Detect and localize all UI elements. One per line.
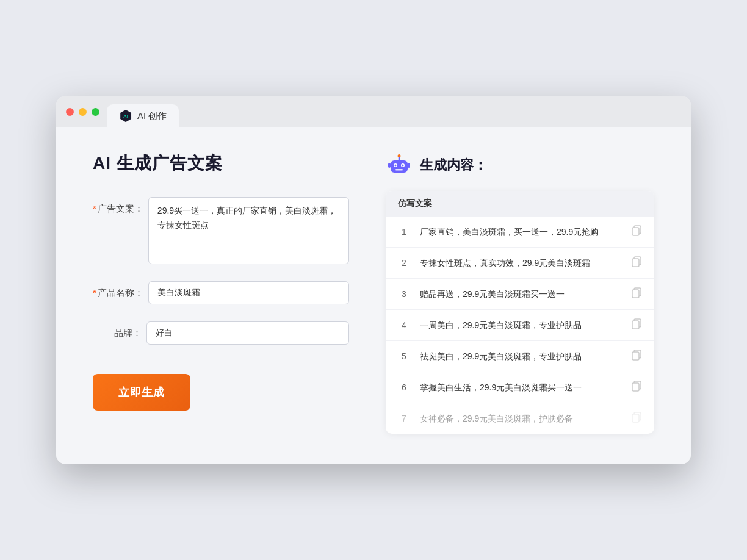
brand-input[interactable]	[146, 321, 349, 345]
svg-point-7	[398, 154, 401, 157]
browser-chrome: AI AI 创作	[56, 96, 691, 127]
page-title: AI 生成广告文案	[93, 152, 349, 175]
row-number: 7	[398, 414, 410, 423]
copy-icon[interactable]	[631, 256, 642, 270]
table-row: 4一周美白，29.9元美白淡斑霜，专业护肤品	[386, 310, 654, 341]
copy-icon[interactable]	[631, 287, 642, 301]
row-text: 掌握美白生活，29.9元美白淡斑霜买一送一	[420, 381, 621, 394]
row-number: 3	[398, 289, 410, 299]
table-header: 仿写文案	[386, 191, 654, 217]
copy-icon[interactable]	[631, 225, 642, 239]
brand-label: 品牌：	[93, 321, 142, 339]
svg-rect-24	[632, 414, 639, 422]
svg-point-5	[402, 165, 404, 167]
required-mark-2: *	[93, 287, 96, 298]
row-number: 6	[398, 382, 410, 392]
results-rows: 1厂家直销，美白淡斑霜，买一送一，29.9元抢购 2专抹女性斑点，真实功效，29…	[386, 217, 654, 434]
robot-icon	[386, 152, 413, 179]
required-mark-1: *	[93, 203, 96, 214]
table-row: 3赠品再送，29.9元美白淡斑霜买一送一	[386, 279, 654, 310]
ad-copy-label: *广告文案：	[93, 197, 143, 215]
svg-rect-1	[391, 160, 408, 173]
table-row: 5祛斑美白，29.9元美白淡斑霜，专业护肤品	[386, 341, 654, 372]
maximize-button[interactable]	[92, 108, 99, 116]
generate-button[interactable]: 立即生成	[93, 374, 190, 411]
ad-copy-group: *广告文案： 29.9买一送一，真正的厂家直销，美白淡斑霜，专抹女性斑点	[93, 197, 349, 264]
table-row: 1厂家直销，美白淡斑霜，买一送一，29.9元抢购	[386, 217, 654, 248]
table-row: 6掌握美白生活，29.9元美白淡斑霜买一送一	[386, 372, 654, 403]
tab-ai-creation[interactable]: AI AI 创作	[107, 104, 179, 127]
row-number: 4	[398, 320, 410, 330]
tab-label: AI 创作	[137, 110, 167, 122]
row-number: 2	[398, 258, 410, 268]
right-panel: 生成内容： 仿写文案 1厂家直销，美白淡斑霜，买一送一，29.9元抢购 2专抹女…	[386, 152, 654, 434]
row-text: 祛斑美白，29.9元美白淡斑霜，专业护肤品	[420, 350, 621, 363]
svg-rect-9	[388, 163, 391, 168]
product-input[interactable]	[148, 281, 349, 304]
row-text: 专抹女性斑点，真实功效，29.9元美白淡斑霜	[420, 257, 621, 270]
row-text: 女神必备，29.9元美白淡斑霜，护肤必备	[420, 412, 621, 425]
ai-tab-icon: AI	[119, 109, 132, 123]
svg-rect-12	[632, 228, 639, 235]
svg-rect-20	[632, 352, 639, 360]
copy-icon[interactable]	[631, 318, 642, 332]
results-header-area: 生成内容：	[386, 152, 654, 179]
results-table: 仿写文案 1厂家直销，美白淡斑霜，买一送一，29.9元抢购 2专抹女性斑点，真实…	[386, 191, 654, 434]
copy-icon[interactable]	[631, 350, 642, 363]
results-title: 生成内容：	[420, 156, 487, 174]
copy-icon[interactable]	[631, 412, 642, 425]
table-row: 2专抹女性斑点，真实功效，29.9元美白淡斑霜	[386, 248, 654, 279]
browser-window: AI AI 创作 AI 生成广告文案 *广告文案： 29.9买一送一，真正的厂家…	[56, 96, 691, 464]
svg-point-4	[395, 165, 397, 167]
tab-bar: AI AI 创作	[107, 104, 179, 127]
minimize-button[interactable]	[79, 108, 87, 116]
svg-rect-10	[408, 163, 410, 168]
left-panel: AI 生成广告文案 *广告文案： 29.9买一送一，真正的厂家直销，美白淡斑霜，…	[93, 152, 349, 434]
svg-text:AI: AI	[123, 113, 128, 119]
ad-copy-input[interactable]: 29.9买一送一，真正的厂家直销，美白淡斑霜，专抹女性斑点	[148, 197, 349, 264]
row-text: 厂家直销，美白淡斑霜，买一送一，29.9元抢购	[420, 226, 621, 239]
svg-rect-8	[395, 169, 403, 171]
copy-icon[interactable]	[631, 381, 642, 394]
close-button[interactable]	[66, 108, 74, 116]
row-text: 一周美白，29.9元美白淡斑霜，专业护肤品	[420, 319, 621, 332]
row-text: 赠品再送，29.9元美白淡斑霜买一送一	[420, 288, 621, 301]
brand-group: 品牌：	[93, 321, 349, 345]
svg-rect-14	[632, 259, 639, 267]
traffic-lights	[66, 108, 99, 124]
row-number: 5	[398, 351, 410, 361]
svg-rect-22	[632, 383, 639, 391]
product-name-group: *产品名称：	[93, 281, 349, 304]
browser-content: AI 生成广告文案 *广告文案： 29.9买一送一，真正的厂家直销，美白淡斑霜，…	[56, 127, 691, 464]
svg-rect-16	[632, 290, 639, 298]
table-row: 7女神必备，29.9元美白淡斑霜，护肤必备	[386, 403, 654, 434]
row-number: 1	[398, 227, 410, 237]
svg-rect-18	[632, 321, 639, 329]
product-label: *产品名称：	[93, 281, 143, 299]
